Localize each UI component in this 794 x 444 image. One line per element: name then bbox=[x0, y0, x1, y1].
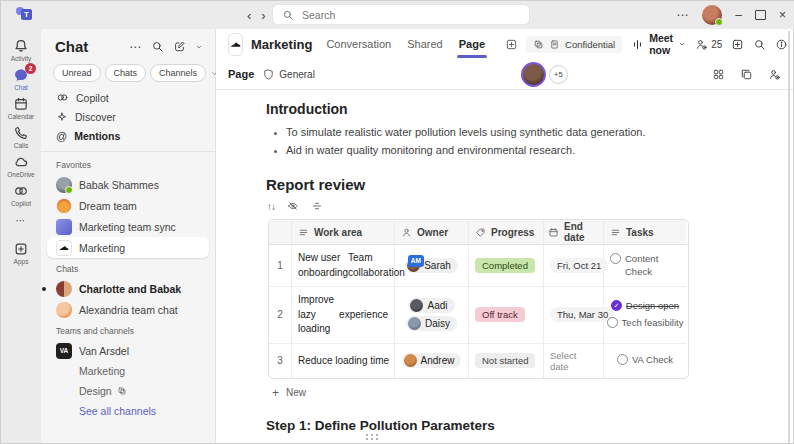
meet-now-button[interactable]: Meet now bbox=[631, 32, 686, 56]
see-all-channels-link[interactable]: See all channels bbox=[41, 401, 215, 421]
column-header-progress[interactable]: Progress bbox=[469, 220, 544, 245]
favorite-marketing[interactable]: Marketing bbox=[47, 237, 209, 258]
teams-logo-icon: T bbox=[16, 7, 32, 23]
user-avatar[interactable] bbox=[702, 5, 722, 25]
owner-cell[interactable]: Andrew bbox=[395, 344, 469, 378]
extra-collaborators-badge[interactable]: +5 bbox=[549, 65, 568, 84]
work-area-cell[interactable]: Improve lazy loading experience bbox=[292, 287, 395, 344]
titlebar-more-icon[interactable]: ⋯ bbox=[676, 8, 689, 22]
avatar bbox=[56, 219, 72, 235]
channel-scope[interactable]: General bbox=[262, 68, 315, 81]
team-logo: VA bbox=[56, 343, 72, 359]
task-item[interactable]: VA Check bbox=[617, 354, 673, 367]
compose-icon[interactable] bbox=[173, 40, 186, 53]
resize-icon[interactable] bbox=[311, 200, 323, 212]
sort-icon[interactable]: ↑↓ bbox=[267, 201, 275, 212]
task-item[interactable]: ✓Design open bbox=[611, 300, 679, 313]
sensitivity-label[interactable]: Confidential bbox=[526, 36, 622, 53]
end-date-cell[interactable]: Thu, Mar 30 bbox=[544, 287, 604, 344]
team-van-arsdel[interactable]: VA Van Arsdel bbox=[47, 340, 209, 361]
chat-charlotte-and-babak[interactable]: Charlotte and Babak bbox=[47, 278, 209, 299]
favorite-babak-shammes[interactable]: Babak Shammes bbox=[47, 174, 209, 195]
table-toolbar: ↑↓ bbox=[267, 200, 757, 212]
people-settings-icon[interactable] bbox=[768, 68, 781, 81]
sidebar-more-icon[interactable]: ⋯ bbox=[129, 40, 142, 54]
info-icon[interactable] bbox=[775, 38, 788, 51]
people-icon bbox=[695, 38, 708, 51]
sidebar-item-mentions[interactable]: @ Mentions bbox=[41, 126, 215, 145]
scrollbar[interactable] bbox=[788, 31, 790, 443]
copy-icon[interactable] bbox=[740, 68, 753, 81]
drag-handle[interactable] bbox=[366, 434, 379, 439]
avatar bbox=[56, 302, 72, 318]
filter-channels[interactable]: Channels bbox=[150, 64, 206, 82]
forward-icon[interactable]: › bbox=[261, 8, 265, 23]
chat-alexandria-team-chat[interactable]: Alexandria team chat bbox=[47, 299, 209, 320]
minimize-button[interactable]: – bbox=[735, 8, 742, 22]
tasks-cell[interactable]: Content Check bbox=[604, 245, 686, 287]
close-button[interactable]: × bbox=[779, 8, 786, 22]
chevron-down-icon[interactable] bbox=[195, 43, 203, 51]
add-icon[interactable] bbox=[731, 38, 744, 51]
search-input[interactable] bbox=[300, 8, 504, 22]
tab-shared[interactable]: Shared bbox=[407, 29, 442, 59]
filter-chats[interactable]: Chats bbox=[105, 64, 147, 82]
row-number: 3 bbox=[269, 344, 292, 378]
rail-item-chat[interactable]: 2 Chat bbox=[1, 65, 41, 92]
rail-item-more[interactable]: ⋯ bbox=[1, 210, 41, 237]
favorite-dream-team[interactable]: Dream team bbox=[47, 195, 209, 216]
task-checkbox-checked[interactable]: ✓ bbox=[611, 300, 622, 311]
rail-item-calendar[interactable]: Calendar bbox=[1, 94, 41, 121]
row-number: 1 bbox=[269, 245, 292, 287]
progress-cell[interactable]: Completed bbox=[469, 245, 544, 287]
search-icon[interactable] bbox=[753, 38, 766, 51]
channel-design[interactable]: Design bbox=[41, 381, 215, 401]
rail-item-activity[interactable]: Activity bbox=[1, 36, 41, 63]
hide-eye-icon[interactable] bbox=[287, 200, 299, 212]
sidebar-search-icon[interactable] bbox=[151, 40, 164, 53]
work-area-cell[interactable]: New user onboarding Team collaborationAM bbox=[292, 245, 395, 287]
task-checkbox[interactable] bbox=[610, 253, 621, 264]
end-date-cell[interactable]: Fri, Oct 21 bbox=[544, 245, 604, 287]
teams-window: T ‹ › ⋯ – × Activity 2 Chat bbox=[0, 0, 794, 444]
task-checkbox[interactable] bbox=[607, 317, 618, 328]
person-icon bbox=[401, 227, 412, 238]
new-row-button[interactable]: + New bbox=[272, 386, 757, 400]
task-item[interactable]: Content Check bbox=[610, 253, 680, 279]
filter-unread[interactable]: Unread bbox=[53, 64, 101, 82]
sidebar-item-discover[interactable]: Discover bbox=[41, 107, 215, 126]
calendar-icon bbox=[13, 96, 29, 112]
column-header-owner[interactable]: Owner bbox=[395, 220, 469, 245]
add-tab-icon[interactable] bbox=[505, 38, 518, 51]
tasks-cell[interactable]: VA Check bbox=[604, 344, 686, 378]
column-header-end-date[interactable]: End date bbox=[544, 220, 604, 245]
work-area-cell[interactable]: Reduce loading time bbox=[292, 344, 395, 378]
rail-item-apps[interactable]: Apps bbox=[1, 239, 41, 266]
tab-page[interactable]: Page bbox=[459, 29, 485, 59]
column-header-tasks[interactable]: Tasks bbox=[604, 220, 686, 245]
channel-marketing[interactable]: Marketing bbox=[41, 361, 215, 381]
tasks-cell[interactable]: ✓Design open Tech feasibility bbox=[604, 287, 686, 344]
step1-bullet: Identify key pollutants (e.g., nitrates,… bbox=[286, 440, 757, 443]
rail-item-copilot[interactable]: Copilot bbox=[1, 181, 41, 208]
task-item[interactable]: Tech feasibility bbox=[607, 317, 684, 330]
rail-item-calls[interactable]: Calls bbox=[1, 123, 41, 150]
progress-cell[interactable]: Not started bbox=[469, 344, 544, 378]
column-header-work-area[interactable]: Work area bbox=[292, 220, 395, 245]
collaborator-avatar[interactable] bbox=[521, 62, 546, 87]
maximize-button[interactable] bbox=[755, 10, 766, 20]
components-grid-icon[interactable] bbox=[712, 68, 725, 81]
intro-heading: Introduction bbox=[266, 101, 757, 117]
task-checkbox[interactable] bbox=[617, 354, 628, 365]
tab-conversation[interactable]: Conversation bbox=[326, 29, 391, 59]
rail-item-onedrive[interactable]: OneDrive bbox=[1, 152, 41, 179]
favorite-marketing-team-sync[interactable]: Marketing team sync bbox=[47, 216, 209, 237]
sidebar-item-copilot[interactable]: Copilot bbox=[41, 88, 215, 107]
back-icon[interactable]: ‹ bbox=[247, 8, 251, 23]
owner-cell[interactable]: Aadi Daisy bbox=[395, 287, 469, 344]
progress-cell[interactable]: Off track bbox=[469, 287, 544, 344]
participants-button[interactable]: 25 bbox=[695, 38, 722, 51]
owner-cell[interactable]: Sarah bbox=[395, 245, 469, 287]
end-date-cell[interactable]: Select date bbox=[544, 344, 604, 378]
search-box[interactable] bbox=[273, 5, 529, 24]
